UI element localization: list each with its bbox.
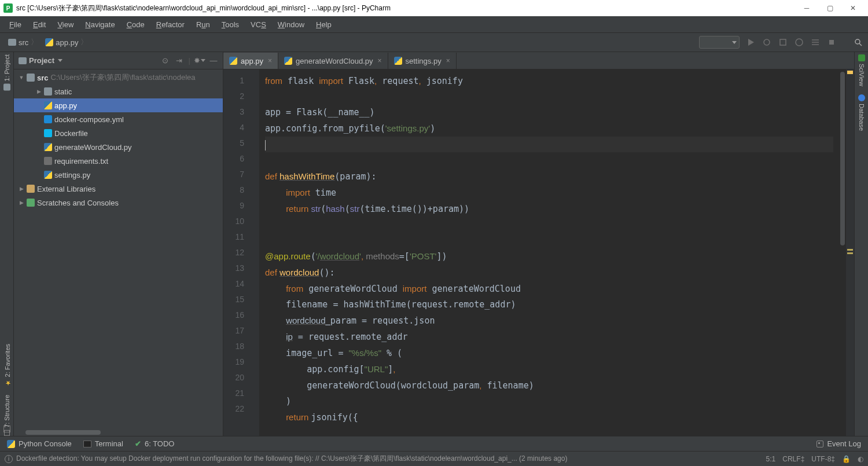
collapse-icon[interactable]: ⇥ bbox=[175, 56, 184, 65]
menu-file[interactable]: File bbox=[5, 19, 26, 30]
python-icon bbox=[45, 38, 53, 46]
log-icon bbox=[816, 441, 823, 447]
bottom-toolbar: Python Console Terminal ✔ 6: TODO Event … bbox=[0, 436, 868, 451]
file-encoding[interactable]: UTF-8‡ bbox=[811, 455, 835, 463]
editor-scrollbar[interactable] bbox=[839, 69, 846, 436]
python-icon bbox=[7, 440, 15, 448]
sidebar-scrollbar[interactable] bbox=[14, 429, 223, 436]
python-icon bbox=[284, 57, 292, 65]
line-separator[interactable]: CRLF‡ bbox=[782, 455, 804, 463]
close-icon[interactable]: × bbox=[446, 57, 450, 65]
caret-position[interactable]: 5:1 bbox=[766, 455, 776, 463]
tree-file-settings[interactable]: settings.py bbox=[14, 168, 223, 182]
tree-file-app[interactable]: app.py bbox=[14, 98, 223, 112]
left-rail-bottom: ★ 2: Favorites 7: Structure bbox=[0, 344, 14, 436]
folder-icon bbox=[8, 39, 16, 46]
editor-area: app.py × generateWordCloud.py × settings… bbox=[223, 52, 854, 436]
readonly-toggle[interactable]: 🔒 bbox=[842, 455, 851, 463]
rail-favorites[interactable]: ★ 2: Favorites bbox=[3, 344, 11, 387]
navbar: src 〉 app.py 〉 bbox=[0, 32, 868, 52]
editor-tabs: app.py × generateWordCloud.py × settings… bbox=[223, 52, 854, 69]
tree-folder-static[interactable]: ▶ static bbox=[14, 85, 223, 98]
settings-icon[interactable]: ✸ bbox=[195, 56, 204, 65]
svg-point-0 bbox=[764, 39, 770, 45]
menu-code[interactable]: Code bbox=[122, 19, 149, 30]
menu-window[interactable]: Window bbox=[273, 19, 309, 30]
search-button[interactable] bbox=[853, 37, 863, 47]
debug-button[interactable] bbox=[762, 37, 772, 47]
terminal-icon bbox=[83, 441, 91, 447]
rail-database[interactable]: Database bbox=[858, 94, 865, 131]
rail-project[interactable]: 1: Project bbox=[3, 54, 10, 90]
run-config-selector[interactable] bbox=[699, 36, 740, 49]
status-message: Dockerfile detection: You may setup Dock… bbox=[16, 454, 567, 464]
svg-point-4 bbox=[855, 39, 860, 44]
run-button[interactable] bbox=[745, 37, 756, 47]
menu-tools[interactable]: Tools bbox=[217, 19, 244, 30]
breadcrumb-file[interactable]: app.py 〉 bbox=[42, 36, 91, 49]
coverage-button[interactable] bbox=[778, 37, 788, 47]
maximize-button[interactable]: ▢ bbox=[824, 2, 836, 14]
menu-view[interactable]: View bbox=[53, 19, 78, 30]
tree-file-generatewordcloud[interactable]: generateWordCloud.py bbox=[14, 140, 223, 154]
close-icon[interactable]: × bbox=[378, 57, 382, 65]
info-icon[interactable]: i bbox=[5, 455, 13, 463]
stop-button[interactable] bbox=[826, 37, 837, 47]
project-sidebar: Project ⊙ ⇥ | ✸ — ▼ src C:\Users\张子豪\第四周… bbox=[14, 52, 223, 436]
breadcrumb-root[interactable]: src 〉 bbox=[5, 36, 42, 49]
menu-edit[interactable]: Edit bbox=[28, 19, 50, 30]
sidebar-header: Project ⊙ ⇥ | ✸ — bbox=[14, 52, 223, 69]
titlebar: P src [C:\Users\张子豪\第四周\flask\static\nod… bbox=[0, 0, 868, 16]
python-console-tool[interactable]: Python Console bbox=[7, 439, 72, 448]
tree-external-libs[interactable]: ▶ External Libraries bbox=[14, 182, 223, 196]
todo-tool[interactable]: ✔ 6: TODO bbox=[135, 439, 175, 448]
tree-file-dockerfile[interactable]: Dockerfile bbox=[14, 126, 223, 140]
attach-button[interactable] bbox=[810, 37, 821, 47]
rail-structure[interactable]: 7: Structure bbox=[3, 395, 10, 436]
check-icon: ✔ bbox=[135, 439, 141, 448]
menu-help[interactable]: Help bbox=[311, 19, 336, 30]
minimize-button[interactable]: ─ bbox=[801, 2, 812, 14]
tab-app[interactable]: app.py × bbox=[223, 53, 278, 69]
tree-root[interactable]: ▼ src C:\Users\张子豪\第四周\flask\static\node… bbox=[14, 71, 223, 85]
locate-icon[interactable]: ⊙ bbox=[161, 56, 170, 65]
app-icon: P bbox=[3, 3, 13, 13]
python-icon bbox=[229, 57, 237, 65]
svg-point-2 bbox=[796, 39, 803, 46]
statusbar: i Dockerfile detection: You may setup Do… bbox=[0, 451, 868, 466]
code-editor[interactable]: 12345678910111213141516171819202122 from… bbox=[223, 69, 854, 436]
tab-generatewordcloud[interactable]: generateWordCloud.py × bbox=[278, 53, 388, 69]
tree-scratches[interactable]: ▶ Scratches and Consoles bbox=[14, 196, 223, 210]
menubar: File Edit View Navigate Code Refactor Ru… bbox=[0, 16, 868, 32]
line-gutter: 12345678910111213141516171819202122 bbox=[223, 69, 249, 436]
breadcrumb-root-label: src bbox=[19, 38, 28, 47]
python-icon bbox=[394, 57, 402, 65]
hide-icon[interactable]: — bbox=[209, 56, 218, 65]
rail-sciview[interactable]: SciView bbox=[858, 54, 865, 86]
right-rail: SciView Database bbox=[854, 52, 868, 436]
menu-run[interactable]: Run bbox=[192, 19, 215, 30]
breadcrumb-file-label: app.py bbox=[56, 38, 78, 47]
window-title: src [C:\Users\张子豪\第四周\flask\static\nodel… bbox=[16, 3, 801, 13]
profile-button[interactable] bbox=[794, 37, 804, 47]
project-tree[interactable]: ▼ src C:\Users\张子豪\第四周\flask\static\node… bbox=[14, 69, 223, 429]
svg-rect-1 bbox=[780, 39, 786, 45]
menu-navigate[interactable]: Navigate bbox=[80, 19, 119, 30]
close-icon[interactable]: × bbox=[268, 57, 272, 65]
menu-vcs[interactable]: VCS bbox=[246, 19, 271, 30]
svg-rect-3 bbox=[829, 40, 834, 45]
svg-line-5 bbox=[859, 43, 862, 46]
inspection-icon[interactable]: ◐ bbox=[858, 455, 863, 463]
code-content[interactable]: from flask import Flask, request, jsonif… bbox=[259, 69, 839, 436]
sidebar-title[interactable]: Project bbox=[19, 56, 62, 65]
marker-strip[interactable] bbox=[846, 69, 854, 436]
event-log-tool[interactable]: Event Log bbox=[816, 439, 861, 448]
tree-file-docker-compose[interactable]: docker-compose.yml bbox=[14, 112, 223, 126]
tree-file-requirements[interactable]: requirements.txt bbox=[14, 154, 223, 168]
terminal-tool[interactable]: Terminal bbox=[83, 439, 123, 448]
menu-refactor[interactable]: Refactor bbox=[152, 19, 189, 30]
close-button[interactable]: ✕ bbox=[847, 2, 859, 14]
main-area: 1: Project Project ⊙ ⇥ | ✸ — ▼ bbox=[0, 52, 868, 436]
tab-settings[interactable]: settings.py × bbox=[388, 53, 457, 69]
fold-gutter[interactable] bbox=[249, 69, 259, 436]
